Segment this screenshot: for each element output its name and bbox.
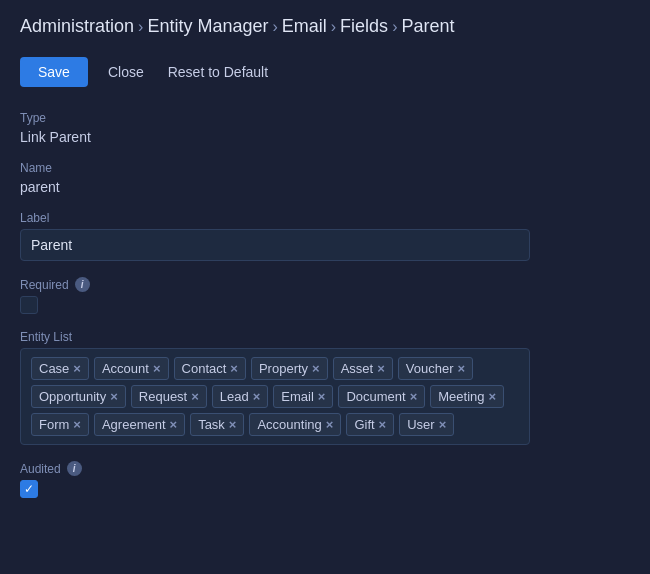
entity-tag-label: Document [346, 389, 405, 404]
entity-tag-label: Meeting [438, 389, 484, 404]
entity-tag-label: Case [39, 361, 69, 376]
entity-tag-label: Task [198, 417, 225, 432]
entity-tag-remove-property[interactable]: × [312, 362, 320, 375]
entity-tag-lead: Lead× [212, 385, 269, 408]
close-button[interactable]: Close [96, 57, 156, 87]
label-input[interactable] [20, 229, 530, 261]
breadcrumb-item-fields[interactable]: Fields [340, 16, 388, 37]
entity-tag-remove-opportunity[interactable]: × [110, 390, 118, 403]
entity-tag-opportunity: Opportunity× [31, 385, 126, 408]
entity-tag-remove-request[interactable]: × [191, 390, 199, 403]
label-field: Label [20, 211, 630, 261]
audited-checkbox[interactable] [20, 480, 38, 498]
entity-tag-label: Asset [341, 361, 374, 376]
entity-tag-voucher: Voucher× [398, 357, 473, 380]
entity-list-label: Entity List [20, 330, 630, 344]
type-value: Link Parent [20, 129, 630, 145]
entity-tag-remove-lead[interactable]: × [253, 390, 261, 403]
save-button[interactable]: Save [20, 57, 88, 87]
breadcrumb-item-email[interactable]: Email [282, 16, 327, 37]
entity-tag-label: Email [281, 389, 314, 404]
entity-tag-request: Request× [131, 385, 207, 408]
entity-tag-label: User [407, 417, 434, 432]
entity-tag-label: Account [102, 361, 149, 376]
entity-tag-accounting: Accounting× [249, 413, 341, 436]
entity-tag-label: Voucher [406, 361, 454, 376]
entity-tag-remove-user[interactable]: × [439, 418, 447, 431]
entity-tag-remove-gift[interactable]: × [379, 418, 387, 431]
breadcrumb-item-parent[interactable]: Parent [401, 16, 454, 37]
entity-tag-form: Form× [31, 413, 89, 436]
name-value: parent [20, 179, 630, 195]
breadcrumb-item-administration[interactable]: Administration [20, 16, 134, 37]
breadcrumb-sep-3: › [331, 18, 336, 36]
entity-tag-remove-case[interactable]: × [73, 362, 81, 375]
audited-info-icon: i [67, 461, 82, 476]
entity-tag-remove-contact[interactable]: × [230, 362, 238, 375]
entity-tag-label: Opportunity [39, 389, 106, 404]
entity-tag-user: User× [399, 413, 454, 436]
breadcrumb-sep-1: › [138, 18, 143, 36]
audited-field: Audited i [20, 461, 630, 498]
entity-tag-gift: Gift× [346, 413, 394, 436]
entity-tag-label: Accounting [257, 417, 321, 432]
entity-tag-label: Form [39, 417, 69, 432]
breadcrumb-sep-2: › [272, 18, 277, 36]
breadcrumb-item-entity-manager[interactable]: Entity Manager [147, 16, 268, 37]
required-field: Required i [20, 277, 630, 314]
entity-tag-label: Agreement [102, 417, 166, 432]
entity-tag-contact: Contact× [174, 357, 246, 380]
name-label: Name [20, 161, 630, 175]
reset-button[interactable]: Reset to Default [164, 57, 272, 87]
entity-tag-remove-asset[interactable]: × [377, 362, 385, 375]
entity-tag-account: Account× [94, 357, 169, 380]
type-field: Type Link Parent [20, 111, 630, 145]
entity-tag-label: Lead [220, 389, 249, 404]
entity-tag-meeting: Meeting× [430, 385, 504, 408]
entity-tag-task: Task× [190, 413, 244, 436]
required-checkbox[interactable] [20, 296, 38, 314]
entity-tag-asset: Asset× [333, 357, 393, 380]
entity-tag-remove-document[interactable]: × [410, 390, 418, 403]
toolbar: Save Close Reset to Default [20, 57, 630, 87]
required-info-icon: i [75, 277, 90, 292]
label-label: Label [20, 211, 630, 225]
entity-tag-remove-agreement[interactable]: × [170, 418, 178, 431]
breadcrumb-sep-4: › [392, 18, 397, 36]
entity-tag-remove-email[interactable]: × [318, 390, 326, 403]
audited-label: Audited [20, 462, 61, 476]
entity-tag-remove-voucher[interactable]: × [457, 362, 465, 375]
entity-tag-property: Property× [251, 357, 328, 380]
entity-tag-case: Case× [31, 357, 89, 380]
entity-tag-agreement: Agreement× [94, 413, 185, 436]
entity-tag-label: Contact [182, 361, 227, 376]
entity-list-field: Entity List Case×Account×Contact×Propert… [20, 330, 630, 445]
entity-list-box: Case×Account×Contact×Property×Asset×Vouc… [20, 348, 530, 445]
entity-tag-remove-accounting[interactable]: × [326, 418, 334, 431]
entity-tag-remove-task[interactable]: × [229, 418, 237, 431]
breadcrumb: Administration › Entity Manager › Email … [20, 16, 630, 37]
entity-tag-document: Document× [338, 385, 425, 408]
entity-tag-label: Property [259, 361, 308, 376]
entity-tag-label: Gift [354, 417, 374, 432]
entity-tag-label: Request [139, 389, 187, 404]
entity-tag-remove-account[interactable]: × [153, 362, 161, 375]
entity-tag-remove-meeting[interactable]: × [489, 390, 497, 403]
type-label: Type [20, 111, 630, 125]
name-field: Name parent [20, 161, 630, 195]
entity-tag-email: Email× [273, 385, 333, 408]
entity-tag-remove-form[interactable]: × [73, 418, 81, 431]
required-label: Required [20, 278, 69, 292]
